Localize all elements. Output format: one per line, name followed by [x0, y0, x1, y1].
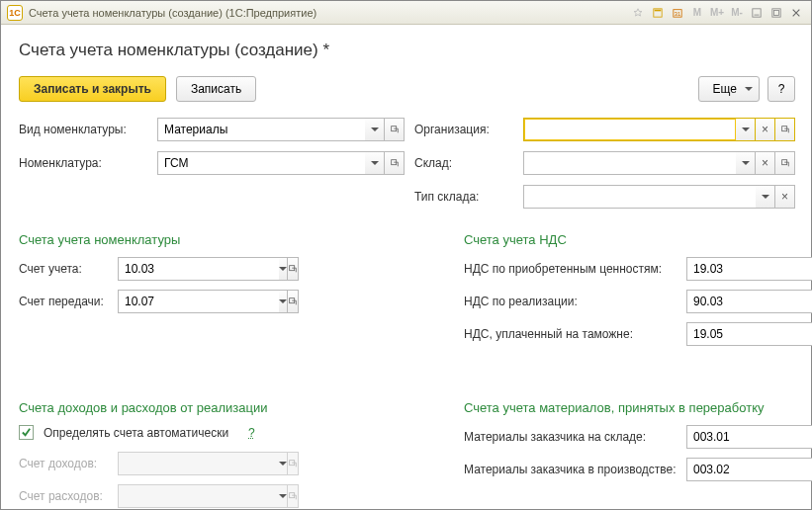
transfer-label: Счет передачи:: [19, 295, 118, 308]
svg-rect-5: [755, 14, 760, 15]
expense-open: [288, 484, 299, 508]
vat-customs-input[interactable]: [686, 322, 812, 346]
chevron-down-icon: [279, 267, 287, 271]
top-form: Вид номенклатуры: Организация: Номенклат…: [19, 118, 795, 209]
vid-nomen-open[interactable]: [385, 118, 405, 141]
account-label: Счет учета:: [19, 262, 118, 276]
materials-prod-label: Материалы заказчика в производстве:: [464, 463, 686, 476]
chevron-down-icon: [371, 128, 379, 131]
tip-sklada-input[interactable]: [523, 185, 756, 209]
transfer-input[interactable]: [118, 290, 279, 313]
org-input-group: [523, 118, 795, 141]
section-vat: Счета учета НДС НДС по приобретенным цен…: [464, 214, 812, 355]
save-close-button[interactable]: Записать и закрыть: [19, 76, 166, 102]
chevron-down-icon: [279, 462, 287, 466]
chevron-down-icon: [742, 161, 750, 165]
vat-purchase-label: НДС по приобретенным ценностям:: [464, 262, 686, 276]
vid-nomen-input[interactable]: [157, 118, 365, 141]
chevron-down-icon: [762, 195, 769, 199]
sklad-input[interactable]: [523, 151, 736, 175]
income-open: [288, 452, 299, 475]
x-icon: [781, 191, 788, 203]
help-button[interactable]: ?: [767, 76, 795, 102]
sklad-dropdown[interactable]: [736, 151, 756, 175]
calendar-icon[interactable]: 31: [669, 5, 686, 21]
chevron-down-icon: [742, 128, 750, 131]
vat-sales-label: НДС по реализации:: [464, 295, 686, 308]
income-dropdown: [279, 452, 288, 475]
nomen-open[interactable]: [385, 151, 405, 175]
nomen-label: Номенклатура:: [19, 156, 147, 170]
favorite-icon[interactable]: [629, 5, 647, 21]
sklad-label: Склад:: [414, 156, 513, 170]
expense-dropdown: [279, 484, 288, 508]
account-input[interactable]: [118, 257, 279, 281]
svg-rect-1: [655, 9, 662, 11]
section-vat-title: Счета учета НДС: [464, 232, 812, 247]
svg-rect-7: [774, 10, 779, 15]
vat-sales-input[interactable]: [686, 290, 812, 313]
minimize-icon[interactable]: [748, 5, 766, 21]
window: 1C Счета учета номенклатуры (создание) (…: [0, 0, 812, 510]
sklad-clear[interactable]: [756, 151, 775, 175]
transfer-open[interactable]: [288, 290, 299, 313]
income-input: [118, 452, 279, 475]
auto-accounts-checkbox[interactable]: [19, 425, 34, 440]
nomen-input-group: [157, 151, 405, 175]
expense-input: [118, 484, 279, 508]
tip-sklada-clear[interactable]: [775, 185, 795, 209]
sklad-open[interactable]: [775, 151, 795, 175]
toolbar: Записать и закрыть Записать Еще ?: [19, 76, 795, 102]
maximize-icon[interactable]: [767, 5, 785, 21]
vid-nomen-dropdown[interactable]: [365, 118, 385, 141]
expense-label: Счет расходов:: [19, 489, 118, 503]
svg-rect-4: [753, 8, 761, 16]
section-income: Счета доходов и расходов от реализации О…: [19, 361, 444, 510]
chevron-down-icon: [371, 161, 379, 165]
auto-accounts-label: Определять счета автоматически: [44, 426, 228, 440]
vid-nomen-label: Вид номенклатуры:: [19, 123, 147, 136]
chevron-down-icon: [745, 87, 753, 91]
sklad-input-group: [523, 151, 795, 175]
account-dropdown[interactable]: [279, 257, 288, 281]
m-plus-button[interactable]: M+: [708, 5, 726, 21]
close-icon[interactable]: [787, 5, 805, 21]
org-open[interactable]: [775, 118, 795, 141]
calculator-icon[interactable]: [649, 5, 667, 21]
vid-nomen-input-group: [157, 118, 405, 141]
x-icon: [762, 124, 768, 135]
more-button-label: Еще: [713, 82, 737, 96]
section-accounts: Счета учета номенклатуры Счет учета: Сче…: [19, 214, 414, 355]
tip-sklada-label: Тип склада:: [414, 190, 513, 204]
chevron-down-icon: [279, 299, 287, 303]
m-button[interactable]: M: [688, 5, 706, 21]
svg-rect-6: [772, 8, 780, 16]
org-clear[interactable]: [756, 118, 775, 141]
materials-stock-label: Материалы заказчика на складе:: [464, 430, 686, 444]
tip-sklada-dropdown[interactable]: [756, 185, 775, 209]
window-title: Счета учета номенклатуры (создание) (1С:…: [29, 7, 316, 19]
materials-prod-input[interactable]: [686, 458, 812, 481]
more-button[interactable]: Еще: [698, 76, 760, 102]
app-logo: 1C: [7, 5, 23, 21]
chevron-down-icon: [279, 494, 287, 498]
transfer-dropdown[interactable]: [279, 290, 288, 313]
account-open[interactable]: [288, 257, 299, 281]
tip-sklada-input-group: [523, 185, 795, 209]
income-label: Счет доходов:: [19, 457, 118, 470]
section-income-title: Счета доходов и расходов от реализации: [19, 400, 444, 415]
nomen-input[interactable]: [157, 151, 365, 175]
titlebar: 1C Счета учета номенклатуры (создание) (…: [1, 1, 811, 25]
auto-accounts-help[interactable]: ?: [248, 426, 255, 440]
vat-customs-label: НДС, уплаченный на таможне:: [464, 327, 686, 341]
m-minus-button[interactable]: M-: [728, 5, 746, 21]
section-materials-title: Счета учета материалов, принятых в перер…: [464, 400, 812, 415]
save-button[interactable]: Записать: [176, 76, 256, 102]
org-dropdown[interactable]: [736, 118, 756, 141]
org-input[interactable]: [523, 118, 736, 141]
nomen-dropdown[interactable]: [365, 151, 385, 175]
section-materials: Счета учета материалов, принятых в перер…: [464, 361, 812, 510]
materials-stock-input[interactable]: [686, 425, 812, 449]
page-title: Счета учета номенклатуры (создание) *: [19, 41, 795, 60]
vat-purchase-input[interactable]: [686, 257, 812, 281]
